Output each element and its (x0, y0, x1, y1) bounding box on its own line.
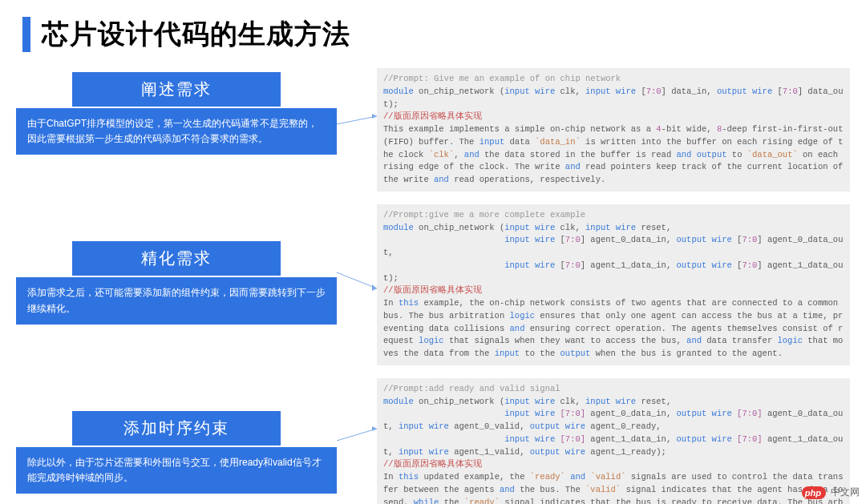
omit-note: //版面原因省略具体实现 (383, 111, 482, 121)
code-column: //Prompt: Give me an example of on chip … (377, 68, 850, 504)
watermark-text: 中文网 (831, 486, 860, 499)
omit-note: //版面原因省略具体实现 (383, 459, 482, 469)
svg-line-2 (337, 272, 377, 288)
step-3-header: 添加时序约束 (72, 411, 281, 446)
step-2-body: 添加需求之后，还可能需要添加新的组件约束，因而需要跳转到下一步继续精化。 (16, 277, 337, 324)
watermark: php 中文网 (802, 486, 860, 499)
step-3: 添加时序约束 除此以外，由于芯片还需要和外围信号交互，使用ready和valid… (16, 411, 337, 494)
page-title-bar: 芯片设计代码的生成方法 (22, 16, 350, 53)
step-3-body: 除此以外，由于芯片还需要和外围信号交互，使用ready和valid信号才能完成跨… (16, 447, 337, 494)
watermark-badge: php (802, 486, 826, 499)
steps-column: 阐述需求 由于ChatGPT排序模型的设定，第一次生成的代码通常不是完整的，因此… (16, 72, 337, 504)
prompt-comment: //Prompt:give me a more complete example (383, 210, 585, 220)
step-2-header: 精化需求 (72, 241, 281, 276)
title-accent-bar (22, 17, 30, 52)
svg-line-0 (337, 116, 377, 124)
prompt-comment: //Prompt:add ready and valid signal (383, 384, 560, 393)
code-block-1: //Prompt: Give me an example of on chip … (377, 68, 850, 192)
code-block-3: //Prompt:add ready and valid signal modu… (377, 378, 850, 504)
omit-note: //版面原因省略具体实现 (383, 285, 482, 295)
step-1-header: 阐述需求 (72, 72, 281, 107)
page-title: 芯片设计代码的生成方法 (42, 16, 350, 53)
step-2: 精化需求 添加需求之后，还可能需要添加新的组件约束，因而需要跳转到下一步继续精化… (16, 241, 337, 324)
code-block-2: //Prompt:give me a more complete example… (377, 204, 850, 365)
step-1-body: 由于ChatGPT排序模型的设定，第一次生成的代码通常不是完整的，因此需要根据第… (16, 108, 337, 155)
prompt-comment: //Prompt: Give me an example of on chip … (383, 74, 621, 83)
step-1: 阐述需求 由于ChatGPT排序模型的设定，第一次生成的代码通常不是完整的，因此… (16, 72, 337, 155)
svg-line-4 (337, 429, 377, 441)
